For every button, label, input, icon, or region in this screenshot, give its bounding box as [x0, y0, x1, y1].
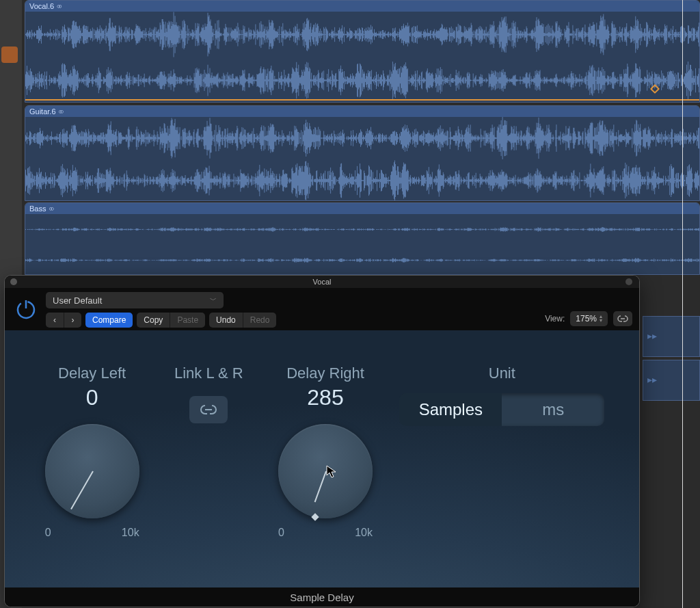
region-header[interactable]: Bass — [25, 203, 699, 214]
region-header[interactable]: Guitar.6 — [25, 106, 699, 117]
chevron-right-icon: ▸▸ — [647, 374, 657, 385]
chevron-down-icon: ﹀ — [210, 295, 217, 305]
region-name: Bass — [29, 204, 46, 213]
view-label: View: — [545, 314, 565, 323]
region-header[interactable]: Vocal.6 — [25, 1, 699, 12]
region-name: Guitar.6 — [29, 107, 56, 116]
stepper-icon: ▴▾ — [600, 315, 602, 323]
param-label: Delay Left — [58, 365, 126, 382]
track-region-hidden[interactable]: ▸▸ — [643, 360, 700, 401]
link-lr-button[interactable] — [189, 396, 228, 423]
plugin-toolbar: User Default ﹀ ‹ › Compare Copy Paste Un… — [5, 288, 639, 334]
unit-samples-button[interactable]: Samples — [399, 393, 502, 426]
link-param: Link L & R — [159, 365, 258, 423]
waveform — [25, 12, 699, 103]
param-label: Delay Right — [286, 365, 364, 382]
loop-icon — [59, 108, 62, 115]
range-max: 10k — [355, 527, 373, 539]
gutter-badge[interactable] — [1, 47, 18, 63]
next-preset-button[interactable]: › — [64, 313, 81, 328]
copy-button[interactable]: Copy — [137, 313, 170, 328]
delay-left-param: Delay Left 0 0 10k — [32, 365, 152, 539]
knob-needle — [314, 471, 327, 503]
range-min: 0 — [45, 527, 51, 539]
track-region-hidden[interactable]: ▸▸ — [643, 316, 700, 357]
delay-right-param: Delay Right 285 0 10k — [265, 365, 385, 539]
sidechain-icon[interactable] — [625, 278, 632, 285]
delay-left-value[interactable]: 0 — [86, 385, 98, 410]
plugin-body: Delay Left 0 0 10k Link L & R Delay Righ… — [5, 330, 639, 587]
range-max: 10k — [122, 527, 139, 539]
knob-needle — [70, 471, 94, 510]
preset-nav: ‹ › — [46, 313, 81, 328]
plugin-name: Sample Delay — [290, 592, 353, 603]
undo-button[interactable]: Undo — [209, 313, 243, 328]
playhead[interactable] — [682, 0, 683, 608]
param-label: Unit — [489, 365, 515, 382]
automation-line[interactable] — [25, 99, 699, 101]
param-label: Link L & R — [174, 365, 243, 382]
delay-right-knob[interactable] — [278, 424, 373, 518]
zoom-select[interactable]: 175% ▴▾ — [570, 311, 608, 326]
waveform — [25, 117, 699, 201]
waveform — [25, 214, 699, 275]
knob-range: 0 10k — [45, 527, 139, 539]
prev-preset-button[interactable]: ‹ — [46, 313, 64, 328]
track-region-vocal[interactable]: Vocal.6 — [25, 0, 700, 103]
chevron-right-icon: ▸▸ — [647, 330, 657, 341]
plugin-titlebar[interactable]: Vocal — [5, 276, 639, 288]
cursor-icon — [326, 465, 337, 479]
power-button[interactable] — [12, 295, 40, 323]
unit-param: Unit Samples ms — [392, 365, 612, 426]
link-windows-button[interactable] — [613, 311, 632, 326]
plugin-footer: Sample Delay — [5, 587, 639, 607]
loop-icon — [57, 3, 60, 10]
zoom-value: 175% — [576, 314, 597, 323]
track-region-guitar[interactable]: Guitar.6 — [25, 105, 700, 201]
knob-marker — [311, 513, 319, 520]
plugin-title: Vocal — [313, 278, 332, 286]
redo-button[interactable]: Redo — [243, 313, 277, 328]
track-region-bass[interactable]: Bass — [25, 202, 700, 275]
plugin-window: Vocal User Default ﹀ ‹ › Compare Copy Pa… — [4, 275, 640, 607]
close-icon[interactable] — [10, 278, 17, 285]
delay-right-value[interactable]: 285 — [307, 385, 343, 410]
paste-button[interactable]: Paste — [170, 313, 205, 328]
delay-left-knob[interactable] — [45, 424, 139, 518]
region-name: Vocal.6 — [29, 2, 54, 10]
unit-segmented: Samples ms — [399, 393, 604, 426]
unit-ms-button[interactable]: ms — [502, 393, 604, 426]
loop-icon — [49, 205, 52, 212]
compare-button[interactable]: Compare — [85, 313, 133, 328]
range-min: 0 — [278, 527, 284, 539]
preset-select[interactable]: User Default ﹀ — [46, 292, 224, 308]
preset-name: User Default — [53, 295, 102, 306]
knob-range: 0 10k — [278, 527, 373, 539]
